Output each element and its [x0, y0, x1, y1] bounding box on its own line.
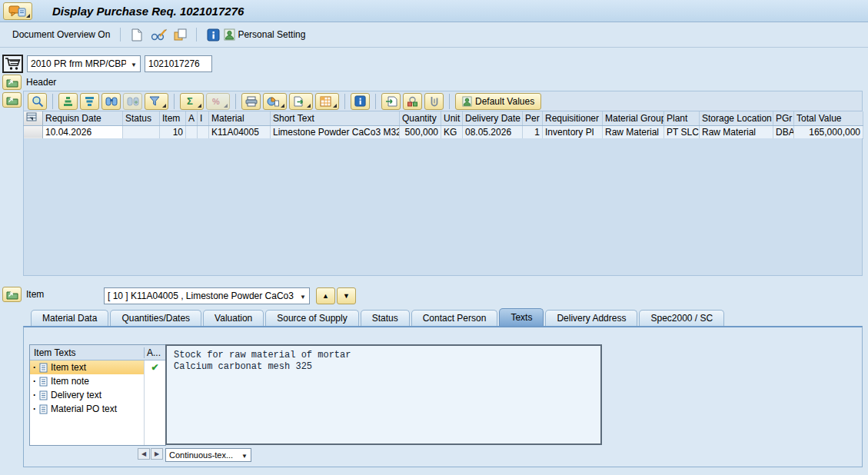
text-editor[interactable]: Stock for raw material of mortar Calcium… [165, 344, 602, 445]
total-button[interactable] [180, 93, 204, 110]
list-item-item-text[interactable]: Item text ✔ [30, 360, 165, 374]
print-button[interactable] [241, 93, 261, 110]
grid-cell-unit[interactable]: KG [441, 125, 463, 138]
grid-cell-pgr[interactable]: DBA [773, 125, 794, 138]
grid-column-header[interactable]: Requisn Date [43, 111, 123, 125]
grid-column-header[interactable]: Material Group [603, 111, 664, 125]
toolbar-separator [174, 94, 175, 109]
grid-cell-material-group[interactable]: Raw Material [603, 125, 664, 138]
person-icon [462, 96, 472, 107]
grid-cell-i[interactable] [198, 125, 209, 138]
purchase-req-button[interactable] [2, 55, 23, 73]
list-item-delivery-text[interactable]: Delivery text [30, 388, 165, 402]
adopt-items-button[interactable] [381, 93, 401, 110]
sort-descending-button[interactable] [80, 93, 99, 110]
views-button[interactable] [263, 93, 287, 110]
tab-material-data[interactable]: Material Data [31, 310, 108, 326]
grid-cell-requisitioner[interactable]: Inventory Pl [543, 125, 603, 138]
glasses-pencil-icon [151, 28, 167, 42]
grid-column-header[interactable]: Per [523, 111, 543, 125]
grid-column-header[interactable]: Item [160, 111, 186, 125]
tab-source-of-supply[interactable]: Source of Supply [265, 310, 358, 326]
tab-delivery-address[interactable]: Delivery Address [545, 310, 637, 326]
grid-column-header[interactable]: Storage Location [700, 111, 773, 125]
grid-cell-material[interactable]: K11A04005 [209, 125, 271, 138]
text-document-icon [39, 377, 48, 387]
services-menu-button[interactable] [3, 2, 32, 20]
tab-valuation[interactable]: Valuation [203, 310, 264, 326]
sort-ascending-button[interactable] [58, 93, 78, 110]
create-document-button[interactable] [128, 26, 146, 43]
grid-column-header[interactable]: Requisitioner [543, 111, 603, 125]
list-item-item-note[interactable]: Item note [30, 374, 165, 388]
row-select-button[interactable] [24, 125, 43, 138]
personal-setting-button[interactable]: Personal Setting [224, 28, 305, 41]
default-values-button[interactable]: Default Values [455, 93, 541, 110]
select-all-icon [26, 112, 37, 121]
find-next-button[interactable] [123, 93, 142, 110]
grid-column-header[interactable]: Delivery Date [463, 111, 523, 125]
scroll-right-button[interactable] [151, 448, 163, 460]
tab-quantities-dates[interactable]: Quantities/Dates [110, 310, 201, 326]
details-button[interactable] [28, 93, 47, 110]
grid-cell-a[interactable] [186, 125, 198, 138]
grid-cell-status[interactable] [123, 125, 160, 138]
document-number-field[interactable]: 1021017276 [145, 55, 212, 72]
select-all-button[interactable] [24, 111, 43, 125]
grid-cell-item[interactable]: 10 [160, 125, 186, 138]
list-item-material-po-text[interactable]: Material PO text [30, 402, 165, 416]
grid-cell-short-text[interactable]: Limestone Powder CaCo3 M325 [271, 125, 400, 138]
next-item-button[interactable] [337, 287, 356, 304]
grid-cell-quantity[interactable]: 500,000 [400, 125, 441, 138]
set-filter-button[interactable] [145, 93, 168, 110]
grid-cell-per[interactable]: 1 [523, 125, 543, 138]
grid-info-button[interactable] [351, 93, 370, 110]
grid-column-header[interactable]: PGr [773, 111, 794, 125]
header-section-row: Header [2, 75, 56, 90]
document-overview-button[interactable]: Document Overview On [8, 27, 115, 42]
text-type-label: Item note [51, 376, 89, 387]
grid-column-header[interactable]: Total Value [794, 111, 863, 125]
grid-column-header[interactable]: Plant [664, 111, 700, 125]
find-button[interactable] [101, 93, 121, 110]
tab-texts[interactable]: Texts [499, 308, 544, 326]
text-format-dropdown[interactable]: Continuous-tex... [165, 448, 251, 462]
grid-cell-storage-location[interactable]: Raw Material [700, 125, 773, 138]
tab-status[interactable]: Status [361, 310, 410, 326]
header-collapse-button[interactable] [2, 75, 22, 90]
scroll-left-button[interactable] [138, 448, 150, 460]
grid-cell-plant[interactable]: PT SLCI [664, 125, 700, 138]
document-type-dropdown[interactable]: 2010 PR frm MRP/CBP [27, 55, 141, 72]
display-change-button[interactable] [149, 26, 168, 43]
grid-column-header[interactable]: Material [209, 111, 271, 125]
grid-column-header[interactable]: Quantity [400, 111, 441, 125]
text-document-icon [39, 363, 48, 373]
information-button[interactable] [204, 26, 222, 43]
tab-spec2000-sc[interactable]: Spec2000 / SC [639, 310, 724, 326]
grid-cell-delivery-date[interactable]: 08.05.2026 [463, 125, 523, 138]
item-select-dropdown[interactable]: [ 10 ] K11A04005 , Limestone Powder CaCo… [104, 287, 310, 304]
subtotal-button[interactable] [206, 93, 230, 110]
grid-column-header[interactable]: Unit [441, 111, 463, 125]
views-icon [267, 96, 279, 107]
tab-contact-person[interactable]: Contact Person [411, 310, 498, 326]
item-collapse-button[interactable] [2, 287, 22, 302]
export-button[interactable] [289, 93, 313, 110]
grid-collapse-button[interactable] [2, 92, 22, 108]
toolbar-separator [196, 28, 197, 42]
toolbar-separator [52, 94, 53, 109]
grid-column-header[interactable]: Status [123, 111, 160, 125]
choose-layout-button[interactable] [315, 93, 339, 110]
grid-column-header[interactable]: Short Text [271, 111, 400, 125]
grid-column-header[interactable]: I [198, 111, 209, 125]
expand-section-icon [6, 95, 18, 105]
grid-cell-total-value[interactable]: 165,000,000 [794, 125, 863, 138]
copy-document-button[interactable] [171, 26, 189, 43]
check-button[interactable] [403, 93, 422, 110]
grid-column-header[interactable]: A [186, 111, 198, 125]
grid-cell-requisn-date[interactable]: 10.04.2026 [43, 125, 123, 138]
hold-button[interactable] [424, 93, 444, 110]
previous-item-button[interactable] [316, 287, 335, 304]
check-objects-icon [407, 96, 418, 107]
text-document-icon [39, 390, 48, 400]
